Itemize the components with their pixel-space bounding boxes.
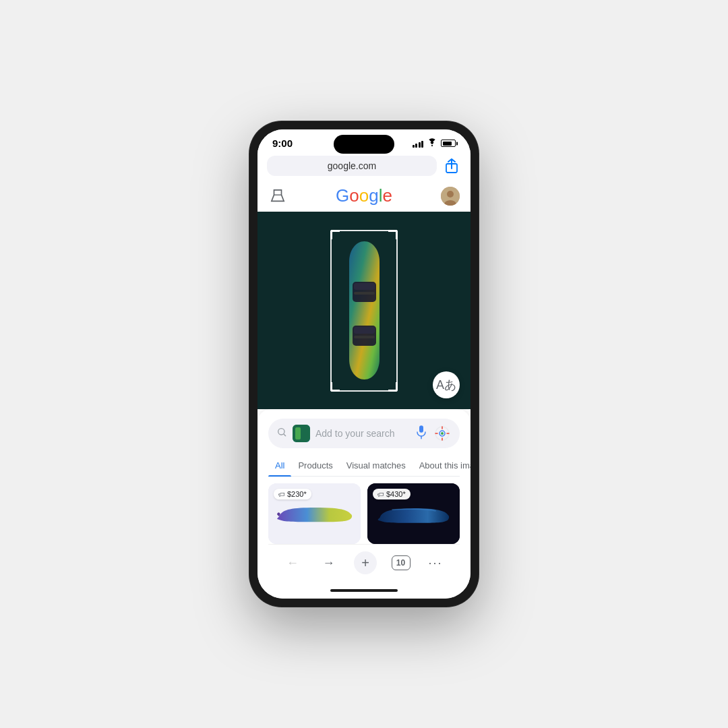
home-bar	[330, 589, 398, 592]
snowboard-image-area: Aあ	[257, 212, 471, 409]
tab-visual-matches[interactable]: Visual matches	[340, 456, 413, 476]
svg-rect-14	[419, 425, 423, 433]
corner-tr	[388, 230, 398, 239]
tab-about-image[interactable]: About this image	[413, 456, 471, 476]
google-logo-g2: g	[369, 185, 378, 206]
svg-point-3	[447, 191, 454, 198]
bottom-panel: Add to your search	[257, 409, 471, 582]
google-logo: G o o g l e	[336, 185, 392, 206]
search-icon	[276, 427, 287, 440]
price-badge-1: 🏷 $230*	[274, 489, 311, 499]
phone-screen: 9:00	[257, 129, 471, 599]
battery-fill	[443, 142, 452, 146]
product-card-2[interactable]: 🏷 $430*	[367, 483, 460, 544]
dynamic-island	[334, 135, 394, 154]
status-time: 9:00	[272, 138, 293, 149]
google-lens-icon[interactable]	[433, 424, 452, 443]
home-indicator	[257, 582, 471, 599]
signal-bar-1	[413, 145, 415, 148]
google-logo-o1: o	[349, 185, 359, 206]
tag-icon-1: 🏷	[278, 491, 285, 498]
avatar[interactable]	[441, 187, 460, 206]
mic-icon[interactable]	[415, 425, 427, 443]
search-thumbnail	[293, 425, 310, 442]
phone-body: 9:00	[249, 121, 479, 607]
url-bar[interactable]: google.com	[267, 156, 437, 176]
product-card-1[interactable]: 🏷 $230*	[268, 483, 361, 544]
google-logo-e: e	[382, 185, 392, 206]
phone-wrapper: 9:00	[249, 121, 479, 607]
url-text: google.com	[328, 160, 376, 171]
svg-point-17	[441, 432, 444, 435]
signal-bars	[413, 140, 424, 148]
selection-box	[330, 230, 398, 392]
browser-bar: google.com	[257, 153, 471, 181]
google-logo-g: G	[336, 185, 349, 206]
browser-nav: ← → + 10 ···	[268, 544, 460, 580]
price-label-1: $230*	[287, 490, 307, 498]
tab-all[interactable]: All	[268, 456, 291, 476]
corner-bl	[330, 382, 340, 392]
wifi-icon	[427, 138, 437, 148]
products-row: 🏷 $230*	[268, 483, 460, 544]
search-placeholder: Add to your search	[315, 428, 410, 439]
more-menu-button[interactable]: ···	[425, 552, 446, 574]
corner-tl	[330, 230, 340, 239]
labs-icon[interactable]	[268, 187, 287, 206]
signal-bar-2	[415, 144, 417, 148]
google-header: G o o g l e	[257, 181, 471, 212]
svg-rect-12	[293, 425, 310, 442]
tabs-row: All Products Visual matches About this i…	[268, 456, 460, 477]
new-tab-button[interactable]: +	[354, 551, 377, 574]
tab-products[interactable]: Products	[291, 456, 339, 476]
forward-button[interactable]: →	[318, 552, 340, 574]
status-bar: 9:00	[257, 129, 471, 153]
signal-bar-4	[421, 141, 423, 148]
signal-bar-3	[419, 142, 421, 148]
translate-button[interactable]: Aあ	[433, 371, 460, 398]
svg-rect-13	[295, 427, 301, 439]
price-badge-2: 🏷 $430*	[373, 489, 411, 499]
corner-br	[388, 382, 398, 392]
tag-icon-2: 🏷	[377, 491, 384, 498]
google-logo-o2: o	[359, 185, 369, 206]
search-bar[interactable]: Add to your search	[268, 419, 460, 448]
tabs-count-button[interactable]: 10	[392, 555, 411, 570]
price-label-2: $430*	[386, 490, 406, 498]
translate-icon: Aあ	[436, 377, 456, 393]
back-button[interactable]: ←	[282, 552, 303, 574]
battery-icon	[441, 140, 456, 147]
status-icons	[413, 138, 456, 148]
share-button[interactable]	[442, 156, 461, 175]
